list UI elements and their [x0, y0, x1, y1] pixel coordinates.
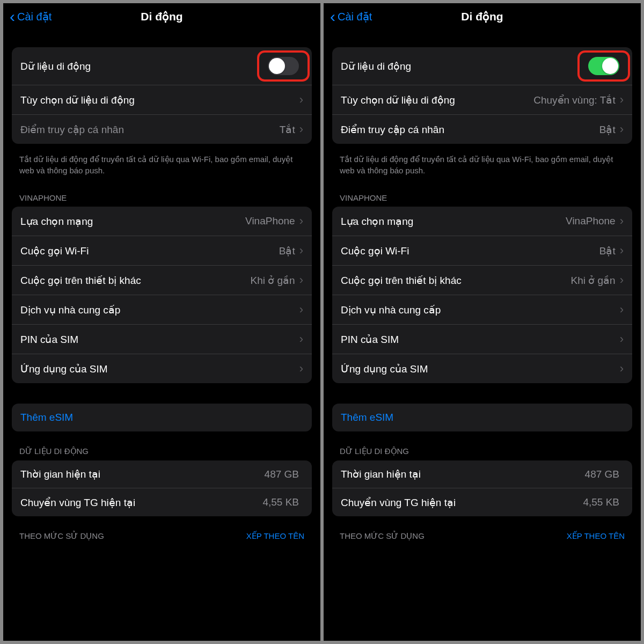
data-options-label: Tùy chọn dữ liệu di động: [341, 94, 533, 106]
usage-header: DỮ LIỆU DI ĐỘNG: [3, 437, 320, 460]
chevron-right-icon: ›: [620, 214, 624, 228]
row-hotspot[interactable]: Điểm truy cập cá nhân Tắt ›: [12, 115, 312, 144]
sort-by-name-button[interactable]: XẾP THEO TÊN: [567, 531, 625, 541]
group-mobile-data: Dữ liệu di động Tùy chọn dữ liệu di động…: [332, 47, 632, 144]
current-period-label: Thời gian hiện tại: [20, 468, 265, 480]
mobile-data-toggle[interactable]: [268, 57, 299, 75]
row-carrier-services[interactable]: Dịch vụ nhà cung cấp ›: [12, 295, 312, 325]
content: Dữ liệu di động Tùy chọn dữ liệu di động…: [324, 32, 641, 641]
wifi-calling-value: Bật: [279, 245, 295, 257]
current-period-value: 487 GB: [265, 469, 299, 480]
mobile-data-footer: Tắt dữ liệu di động để truyền tất cả dữ …: [3, 149, 320, 184]
current-period-label: Thời gian hiện tại: [341, 468, 585, 480]
row-wifi-calling[interactable]: Cuộc gọi Wi-Fi Bật ›: [332, 236, 632, 266]
row-sim-apps[interactable]: Ứng dụng của SIM ›: [12, 354, 312, 383]
by-usage-header: THEO MỨC SỬ DỤNG XẾP THEO TÊN: [324, 522, 641, 545]
carrier-services-label: Dịch vụ nhà cung cấp: [341, 304, 620, 316]
row-roaming-period[interactable]: Chuyển vùng TG hiện tại 4,55 KB: [332, 488, 632, 516]
group-esim: Thêm eSIM: [12, 404, 312, 431]
chevron-right-icon: ›: [299, 214, 303, 228]
row-sim-pin[interactable]: PIN của SIM ›: [12, 325, 312, 354]
by-usage-label: THEO MỨC SỬ DỤNG: [19, 531, 104, 541]
mobile-data-label: Dữ liệu di động: [341, 60, 584, 72]
data-options-label: Tùy chọn dữ liệu di động: [20, 94, 299, 106]
chevron-right-icon: ›: [299, 122, 303, 136]
chevron-right-icon: ›: [620, 362, 624, 376]
row-other-devices[interactable]: Cuộc gọi trên thiết bị khác Khi ở gần ›: [12, 266, 312, 295]
network-selection-label: Lựa chọn mạng: [341, 215, 566, 228]
roaming-label: Chuyển vùng TG hiện tại: [20, 496, 262, 509]
group-usage: Thời gian hiện tại 487 GB Chuyển vùng TG…: [12, 460, 312, 516]
row-network-selection[interactable]: Lựa chọn mạng VinaPhone ›: [12, 207, 312, 236]
content: Dữ liệu di động Tùy chọn dữ liệu di động…: [3, 32, 320, 641]
row-sim-pin[interactable]: PIN của SIM ›: [332, 325, 632, 354]
network-selection-value: VinaPhone: [245, 215, 295, 227]
row-wifi-calling[interactable]: Cuộc gọi Wi-Fi Bật ›: [12, 236, 312, 266]
row-network-selection[interactable]: Lựa chọn mạng VinaPhone ›: [332, 207, 632, 236]
page-title: Di động: [141, 10, 182, 23]
carrier-header: VINAPHONE: [3, 184, 320, 207]
page-title: Di động: [461, 10, 503, 23]
by-usage-header: THEO MỨC SỬ DỤNG XẾP THEO TÊN: [3, 522, 320, 545]
row-current-period[interactable]: Thời gian hiện tại 487 GB: [12, 460, 312, 488]
mobile-data-toggle[interactable]: [588, 57, 619, 75]
back-label: Cài đặt: [338, 10, 372, 23]
mobile-data-label: Dữ liệu di động: [20, 60, 264, 72]
add-esim-label: Thêm eSIM: [20, 412, 303, 423]
navbar: ‹ Cài đặt Di động: [3, 3, 320, 32]
hotspot-value: Bật: [599, 123, 616, 136]
current-period-value: 487 GB: [585, 469, 619, 480]
row-roaming-period[interactable]: Chuyển vùng TG hiện tại 4,55 KB: [12, 488, 312, 516]
chevron-right-icon: ›: [620, 273, 624, 287]
chevron-right-icon: ›: [299, 332, 303, 346]
toggle-knob: [602, 58, 618, 74]
hotspot-value: Tắt: [280, 123, 295, 136]
usage-header: DỮ LIỆU DI ĐỘNG: [324, 437, 641, 460]
back-button[interactable]: ‹ Cài đặt: [10, 9, 52, 25]
row-mobile-data[interactable]: Dữ liệu di động: [332, 47, 632, 85]
network-selection-value: VinaPhone: [566, 215, 616, 227]
row-add-esim[interactable]: Thêm eSIM: [332, 404, 632, 431]
row-sim-apps[interactable]: Ứng dụng của SIM ›: [332, 354, 632, 383]
row-current-period[interactable]: Thời gian hiện tại 487 GB: [332, 460, 632, 488]
sim-pin-label: PIN của SIM: [341, 333, 620, 346]
group-usage: Thời gian hiện tại 487 GB Chuyển vùng TG…: [332, 460, 632, 516]
group-esim: Thêm eSIM: [332, 404, 632, 431]
toggle-knob: [269, 58, 285, 74]
back-label: Cài đặt: [17, 10, 52, 23]
chevron-right-icon: ›: [299, 93, 303, 107]
chevron-right-icon: ›: [620, 244, 624, 258]
other-devices-value: Khi ở gần: [251, 274, 295, 287]
back-button[interactable]: ‹ Cài đặt: [330, 9, 372, 25]
sim-apps-label: Ứng dụng của SIM: [341, 363, 620, 375]
mobile-data-footer: Tắt dữ liệu di động để truyền tất cả dữ …: [324, 149, 641, 184]
navbar: ‹ Cài đặt Di động: [324, 3, 641, 32]
chevron-right-icon: ›: [299, 362, 303, 376]
group-carrier: Lựa chọn mạng VinaPhone › Cuộc gọi Wi-Fi…: [12, 207, 312, 383]
sim-pin-label: PIN của SIM: [20, 333, 299, 346]
row-data-options[interactable]: Tùy chọn dữ liệu di động ›: [12, 85, 312, 115]
data-options-value: Chuyển vùng: Tắt: [533, 94, 616, 106]
other-devices-label: Cuộc gọi trên thiết bị khác: [20, 274, 251, 287]
row-hotspot[interactable]: Điểm truy cập cá nhân Bật ›: [332, 115, 632, 144]
add-esim-label: Thêm eSIM: [341, 412, 624, 423]
row-mobile-data[interactable]: Dữ liệu di động: [12, 47, 312, 85]
row-carrier-services[interactable]: Dịch vụ nhà cung cấp ›: [332, 295, 632, 325]
row-data-options[interactable]: Tùy chọn dữ liệu di động Chuyển vùng: Tắ…: [332, 85, 632, 115]
chevron-left-icon: ‹: [10, 9, 15, 25]
wifi-calling-label: Cuộc gọi Wi-Fi: [20, 245, 279, 257]
row-add-esim[interactable]: Thêm eSIM: [12, 404, 312, 431]
toggle-highlight: [584, 55, 624, 77]
wifi-calling-label: Cuộc gọi Wi-Fi: [341, 245, 599, 257]
chevron-left-icon: ‹: [330, 9, 335, 25]
group-carrier: Lựa chọn mạng VinaPhone › Cuộc gọi Wi-Fi…: [332, 207, 632, 383]
toggle-highlight: [264, 55, 303, 77]
wifi-calling-value: Bật: [599, 245, 616, 257]
chevron-right-icon: ›: [620, 93, 624, 107]
group-mobile-data: Dữ liệu di động Tùy chọn dữ liệu di động…: [12, 47, 312, 144]
row-other-devices[interactable]: Cuộc gọi trên thiết bị khác Khi ở gần ›: [332, 266, 632, 295]
other-devices-value: Khi ở gần: [571, 274, 616, 287]
carrier-header: VINAPHONE: [324, 184, 641, 207]
sort-by-name-button[interactable]: XẾP THEO TÊN: [246, 531, 304, 541]
chevron-right-icon: ›: [299, 273, 303, 287]
